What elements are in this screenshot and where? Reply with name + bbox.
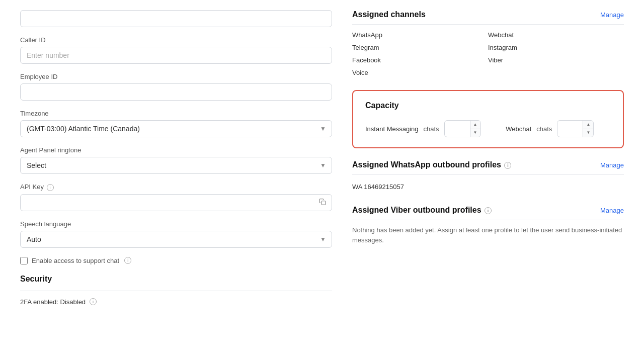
api-key-label: API Key i (20, 183, 332, 191)
employee-id-input[interactable]: JJ002 (20, 83, 332, 101)
left-column: 1002 Caller ID Employee ID JJ002 Timezon… (20, 10, 332, 352)
viber-outbound-title: Assigned Viber outbound profiles i (352, 206, 492, 215)
channel-voice: Voice (352, 67, 488, 78)
timezone-select[interactable]: (GMT-03:00) Atlantic Time (Canada) (20, 120, 332, 137)
ringtone-group: Agent Panel ringtone Select ▼ (20, 146, 332, 174)
ringtone-select-wrapper: Select ▼ (20, 157, 332, 174)
caller-id-label: Caller ID (20, 36, 332, 44)
api-key-info-icon: i (47, 184, 54, 191)
assigned-channels-section: Assigned channels Manage WhatsApp Webcha… (352, 10, 624, 78)
capacity-title: Capacity (365, 101, 611, 110)
api-key-input[interactable]: ••••••••••••••••••••••••••••••••••••••••… (20, 194, 332, 211)
whatsapp-outbound-manage-link[interactable]: Manage (600, 161, 624, 169)
instant-messaging-increment[interactable]: ▲ (470, 121, 480, 129)
assigned-channels-divider (352, 24, 624, 25)
assigned-channels-title: Assigned channels (352, 10, 426, 19)
caller-id-input[interactable] (20, 47, 332, 64)
support-chat-label: Enable access to support chat (32, 257, 119, 264)
speech-language-label: Speech language (20, 220, 332, 228)
channels-grid: WhatsApp Webchat Telegram Instagram Face… (352, 30, 624, 78)
channel-webchat: Webchat (488, 30, 624, 40)
webchat-value[interactable]: 3 (557, 122, 583, 136)
support-chat-info-icon: i (124, 257, 131, 264)
extension-field-group: 1002 (20, 10, 332, 27)
capacity-section: Capacity Instant Messaging chats 2 ▲ ▼ (352, 90, 624, 148)
viber-outbound-manage-link[interactable]: Manage (600, 207, 624, 214)
whatsapp-outbound-item: WA 16469215057 (352, 180, 624, 194)
channel-viber: Viber (488, 55, 624, 65)
instant-messaging-spinner: 2 ▲ ▼ (444, 120, 481, 137)
employee-id-label: Employee ID (20, 73, 332, 80)
whatsapp-outbound-title: Assigned WhatsApp outbound profiles i (352, 160, 511, 169)
whatsapp-outbound-divider (352, 174, 624, 175)
support-chat-checkbox[interactable] (20, 257, 28, 264)
timezone-select-wrapper: (GMT-03:00) Atlantic Time (Canada) ▼ (20, 120, 332, 137)
timezone-label: Timezone (20, 110, 332, 117)
instant-messaging-value[interactable]: 2 (445, 122, 470, 136)
ringtone-select[interactable]: Select (20, 157, 332, 174)
webchat-spinner: 3 ▲ ▼ (557, 120, 594, 137)
channel-facebook: Facebook (352, 55, 488, 65)
tfa-info-icon: i (90, 298, 97, 305)
api-key-wrapper: ••••••••••••••••••••••••••••••••••••••••… (20, 194, 332, 211)
security-section: Security 2FA enabled: Disabled i (20, 275, 332, 306)
speech-language-select-wrapper: Auto ▼ (20, 231, 332, 248)
speech-language-group: Speech language Auto ▼ (20, 220, 332, 248)
viber-outbound-divider (352, 220, 624, 220)
assigned-channels-manage-link[interactable]: Manage (600, 11, 624, 19)
copy-api-key-button[interactable] (318, 197, 327, 208)
instant-messaging-item: Instant Messaging chats 2 ▲ ▼ (365, 120, 481, 137)
api-key-group: API Key i ••••••••••••••••••••••••••••••… (20, 183, 332, 211)
support-chat-row: Enable access to support chat i (20, 257, 332, 264)
instant-messaging-chats-label: chats (424, 125, 439, 133)
channel-telegram: Telegram (352, 42, 488, 53)
capacity-row: Instant Messaging chats 2 ▲ ▼ Webchat (365, 120, 611, 137)
webchat-arrows: ▲ ▼ (583, 121, 593, 137)
viber-outbound-section: Assigned Viber outbound profiles i Manag… (352, 206, 624, 245)
webchat-capacity-label: Webchat (506, 125, 531, 133)
instant-messaging-arrows: ▲ ▼ (470, 121, 480, 137)
svg-rect-0 (321, 201, 326, 205)
instant-messaging-label: Instant Messaging (365, 125, 419, 133)
whatsapp-outbound-info-icon: i (504, 162, 511, 169)
viber-outbound-nothing: Nothing has been added yet. Assign at le… (352, 225, 624, 245)
employee-id-group: Employee ID JJ002 (20, 73, 332, 101)
whatsapp-outbound-header: Assigned WhatsApp outbound profiles i Ma… (352, 160, 624, 169)
security-title: Security (20, 275, 332, 284)
instant-messaging-decrement[interactable]: ▼ (470, 129, 480, 137)
webchat-increment[interactable]: ▲ (583, 121, 593, 129)
extension-input[interactable]: 1002 (20, 10, 332, 27)
tfa-label: 2FA enabled: Disabled (20, 298, 86, 306)
page-container: 1002 Caller ID Employee ID JJ002 Timezon… (0, 0, 644, 362)
webchat-capacity-item: Webchat chats 3 ▲ ▼ (506, 120, 594, 137)
whatsapp-outbound-section: Assigned WhatsApp outbound profiles i Ma… (352, 160, 624, 194)
channel-whatsapp: WhatsApp (352, 30, 488, 40)
assigned-channels-header: Assigned channels Manage (352, 10, 624, 19)
viber-outbound-info-icon: i (485, 207, 492, 214)
tfa-row: 2FA enabled: Disabled i (20, 298, 332, 306)
webchat-decrement[interactable]: ▼ (583, 129, 593, 137)
channel-instagram: Instagram (488, 42, 624, 53)
speech-language-select[interactable]: Auto (20, 231, 332, 248)
webchat-chats-label: chats (536, 125, 552, 133)
ringtone-label: Agent Panel ringtone (20, 146, 332, 154)
timezone-group: Timezone (GMT-03:00) Atlantic Time (Cana… (20, 110, 332, 137)
caller-id-group: Caller ID (20, 36, 332, 64)
security-divider (20, 291, 332, 291)
right-column: Assigned channels Manage WhatsApp Webcha… (352, 10, 624, 352)
viber-outbound-header: Assigned Viber outbound profiles i Manag… (352, 206, 624, 215)
